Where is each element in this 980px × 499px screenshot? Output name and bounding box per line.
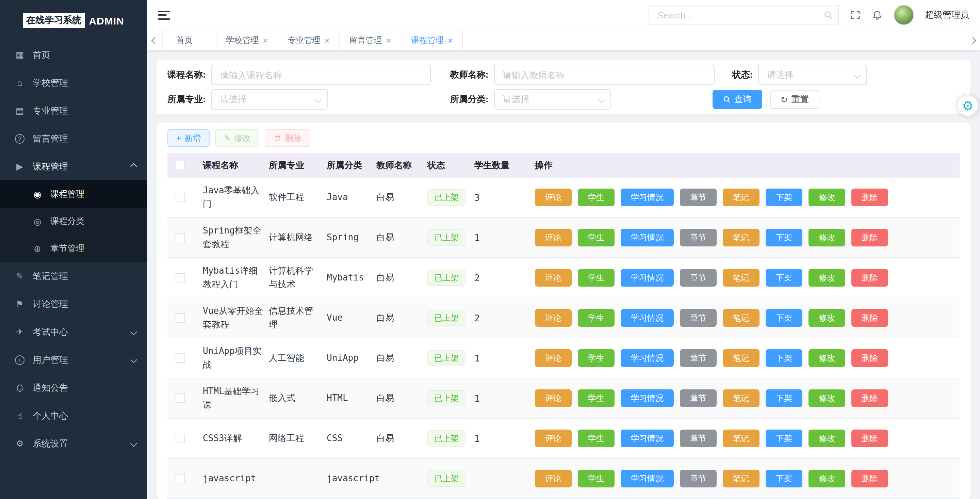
tab-close-icon[interactable]: × — [263, 36, 268, 45]
row-action-button[interactable]: 评论 — [535, 389, 572, 407]
search-input[interactable] — [649, 5, 839, 25]
row-action-button[interactable]: 下架 — [765, 470, 802, 488]
row-action-button[interactable]: 笔记 — [723, 229, 759, 246]
row-action-button[interactable]: 学生 — [578, 349, 614, 367]
search-button[interactable]: 查询 — [712, 90, 762, 109]
row-action-button[interactable]: 学生 — [578, 229, 614, 246]
category-select[interactable]: 请选择 — [494, 89, 611, 110]
row-action-button[interactable]: 章节 — [680, 188, 717, 206]
row-action-button[interactable]: 评论 — [535, 470, 572, 488]
row-action-button[interactable]: 评论 — [535, 188, 572, 206]
row-action-button[interactable]: 学习情况 — [620, 309, 674, 327]
row-action-button[interactable]: 评论 — [535, 229, 572, 246]
row-action-button[interactable]: 下架 — [765, 389, 802, 407]
row-action-button[interactable]: 学习情况 — [620, 229, 674, 246]
row-action-button[interactable]: 学习情况 — [620, 349, 674, 367]
sidebar-item-用户管理[interactable]: i用户管理 — [0, 346, 147, 374]
row-action-button[interactable]: 章节 — [680, 229, 717, 246]
row-action-button[interactable]: 笔记 — [723, 269, 759, 287]
sidebar-collapse-icon[interactable] — [158, 11, 170, 19]
sidebar-item-个人中心[interactable]: ☝个人中心 — [0, 402, 147, 430]
tab-留言管理[interactable]: 留言管理× — [340, 30, 401, 50]
row-action-button[interactable]: 学生 — [578, 188, 614, 206]
row-action-button[interactable]: 评论 — [535, 269, 572, 287]
tabs-scroll-right-icon[interactable] — [965, 30, 980, 50]
sidebar-item-留言管理[interactable]: ?留言管理 — [0, 124, 147, 153]
sidebar-item-通知公告[interactable]: 通知公告 — [0, 374, 147, 402]
row-action-button[interactable]: 修改 — [808, 188, 845, 206]
row-action-button[interactable]: 章节 — [680, 389, 717, 407]
row-action-button[interactable]: 章节 — [680, 430, 717, 447]
row-action-button[interactable]: 评论 — [535, 349, 572, 367]
row-action-button[interactable]: 修改 — [808, 389, 845, 407]
row-action-button[interactable]: 修改 — [808, 349, 845, 367]
tab-专业管理[interactable]: 专业管理× — [278, 30, 340, 50]
row-action-button[interactable]: 学生 — [578, 389, 614, 407]
row-action-button[interactable]: 学生 — [578, 430, 614, 447]
row-action-button[interactable]: 笔记 — [723, 389, 759, 407]
row-action-button[interactable]: 学习情况 — [620, 430, 674, 447]
row-action-button[interactable]: 学生 — [578, 269, 614, 287]
row-checkbox[interactable] — [176, 394, 185, 403]
theme-settings-gear-icon[interactable]: ⚙ — [958, 95, 978, 116]
row-action-button[interactable]: 修改 — [808, 470, 845, 488]
fullscreen-icon[interactable] — [850, 10, 861, 21]
row-action-button[interactable]: 修改 — [808, 430, 845, 447]
sidebar-item-课程分类[interactable]: ◎课程分类 — [0, 208, 147, 235]
row-action-button[interactable]: 下架 — [765, 188, 802, 206]
row-action-button[interactable]: 删除 — [851, 349, 888, 367]
sidebar-item-课程管理[interactable]: ◉课程管理 — [0, 180, 147, 208]
row-action-button[interactable]: 下架 — [765, 229, 802, 246]
row-action-button[interactable]: 章节 — [680, 269, 717, 287]
delete-button[interactable]: 删除 — [265, 129, 310, 147]
row-action-button[interactable]: 评论 — [535, 309, 572, 327]
tabs-scroll-left-icon[interactable] — [147, 30, 162, 50]
sidebar-item-首页[interactable]: ▦首页 — [0, 41, 147, 69]
reset-button[interactable]: ↻ 重置 — [770, 90, 819, 109]
row-action-button[interactable]: 学习情况 — [620, 389, 674, 407]
sidebar-item-笔记管理[interactable]: ✎笔记管理 — [0, 262, 147, 290]
sidebar-item-学校管理[interactable]: ⌂学校管理 — [0, 69, 147, 97]
row-action-button[interactable]: 笔记 — [723, 349, 759, 367]
row-checkbox[interactable] — [176, 233, 185, 242]
row-checkbox[interactable] — [176, 353, 185, 363]
row-action-button[interactable]: 笔记 — [723, 430, 759, 447]
row-action-button[interactable]: 下架 — [765, 309, 802, 327]
row-action-button[interactable]: 学生 — [578, 470, 614, 488]
row-action-button[interactable]: 删除 — [851, 269, 888, 287]
sidebar-item-课程管理[interactable]: ▶课程管理 — [0, 153, 147, 180]
row-action-button[interactable]: 删除 — [851, 309, 888, 327]
row-action-button[interactable]: 章节 — [680, 470, 717, 488]
row-action-button[interactable]: 笔记 — [723, 188, 759, 206]
sidebar-item-专业管理[interactable]: ▤专业管理 — [0, 97, 147, 124]
major-select[interactable]: 请选择 — [211, 89, 328, 110]
row-action-button[interactable]: 删除 — [851, 430, 888, 447]
row-action-button[interactable]: 学生 — [578, 309, 614, 327]
sidebar-item-系统设置[interactable]: ⚙系统设置 — [0, 430, 147, 458]
row-action-button[interactable]: 下架 — [765, 349, 802, 367]
tab-close-icon[interactable]: × — [448, 36, 453, 45]
row-action-button[interactable]: 修改 — [808, 269, 845, 287]
sidebar-item-讨论管理[interactable]: ⚑讨论管理 — [0, 290, 147, 318]
row-checkbox[interactable] — [176, 273, 185, 282]
row-action-button[interactable]: 学习情况 — [620, 470, 674, 488]
tab-课程管理[interactable]: 课程管理× — [401, 30, 463, 50]
status-select[interactable]: 请选择 — [758, 65, 867, 85]
row-action-button[interactable]: 章节 — [680, 309, 717, 327]
row-action-button[interactable]: 章节 — [680, 349, 717, 367]
row-action-button[interactable]: 笔记 — [723, 470, 759, 488]
row-action-button[interactable]: 删除 — [851, 229, 888, 246]
select-all-checkbox[interactable] — [176, 161, 185, 170]
row-action-button[interactable]: 下架 — [765, 430, 802, 447]
row-action-button[interactable]: 修改 — [808, 229, 845, 246]
row-action-button[interactable]: 删除 — [851, 188, 888, 206]
row-checkbox[interactable] — [176, 313, 185, 323]
tab-首页[interactable]: 首页 — [162, 30, 216, 50]
tab-学校管理[interactable]: 学校管理× — [216, 30, 278, 50]
avatar[interactable] — [894, 5, 914, 25]
sidebar-item-考试中心[interactable]: ✈考试中心 — [0, 318, 147, 346]
row-action-button[interactable]: 修改 — [808, 309, 845, 327]
row-checkbox[interactable] — [176, 474, 185, 483]
row-action-button[interactable]: 学习情况 — [620, 269, 674, 287]
add-button[interactable]: + 新增 — [167, 129, 210, 147]
